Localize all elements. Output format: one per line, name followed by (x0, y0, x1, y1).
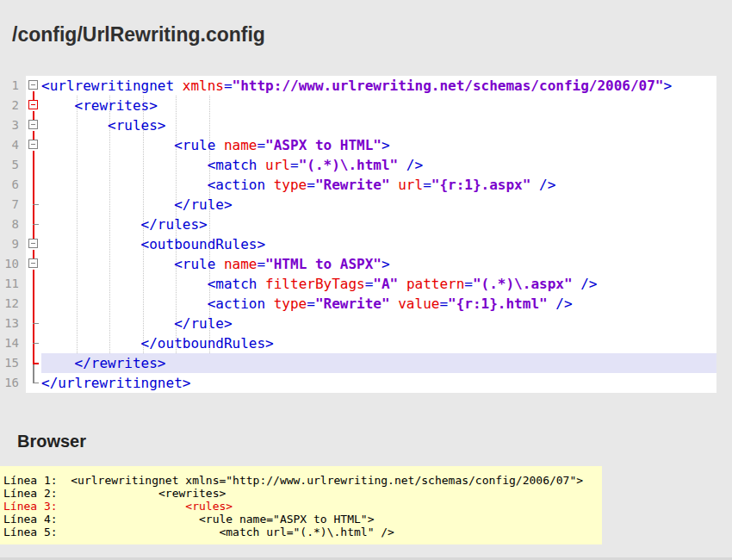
syntax-token: <action (41, 296, 274, 312)
code-line[interactable]: 4 <rule name="ASPX to HTML"> (0, 135, 716, 155)
fold-line (33, 204, 34, 215)
fold-column (26, 373, 41, 393)
code-editor[interactable]: 1<urlrewritingnet xmlns="http://www.urlr… (0, 76, 716, 393)
syntax-token: </urlrewritingnet> (41, 375, 190, 391)
code-line[interactable]: 2 <rewrites> (0, 96, 716, 115)
syntax-token: "ASPX to HTML" (265, 137, 382, 153)
line-number: 4 (0, 135, 26, 155)
syntax-token: = (224, 78, 233, 94)
line-number: 1 (0, 76, 26, 96)
code-lines: 1<urlrewritingnet xmlns="http://www.urlr… (0, 76, 716, 393)
syntax-token: <urlrewritingnet (41, 78, 183, 94)
syntax-token: <rewrites> (41, 97, 158, 114)
syntax-token: filterByTags (265, 276, 365, 292)
code-line[interactable]: 8 </rules> (0, 215, 716, 234)
fold-line (33, 343, 34, 353)
fold-column (26, 215, 41, 234)
fold-column (26, 155, 41, 175)
syntax-token: = (464, 276, 473, 292)
browser-output-line: Línea 1: <urlrewritingnet xmlns="http://… (3, 474, 602, 487)
syntax-token (398, 276, 406, 292)
fold-line (33, 303, 34, 314)
syntax-token: </rewrites> (41, 355, 166, 371)
syntax-token: /> (530, 177, 555, 193)
code-text: </rewrites> (41, 353, 716, 373)
code-text: <urlrewritingnet xmlns="http://www.urlre… (41, 76, 716, 96)
syntax-token: /> (548, 296, 573, 312)
syntax-token: "Rewrite" (315, 177, 390, 193)
syntax-token: name (224, 256, 257, 272)
syntax-token: "A" (373, 276, 398, 292)
line-number: 13 (0, 314, 26, 333)
syntax-token: "{r:1}.aspx" (431, 177, 531, 193)
fold-toggle-icon[interactable] (28, 100, 38, 109)
syntax-token: "HTML to ASPX" (265, 256, 382, 272)
fold-line (33, 283, 34, 294)
line-number: 6 (0, 175, 26, 195)
code-line[interactable]: 13 </rule> (0, 314, 716, 333)
syntax-token: > (663, 78, 672, 94)
code-line[interactable]: 15 </rewrites> (0, 353, 716, 373)
syntax-token: type (274, 177, 307, 193)
fold-end-marker (33, 204, 39, 205)
syntax-token: = (307, 177, 315, 193)
line-number: 12 (0, 294, 26, 314)
syntax-token: = (365, 276, 374, 292)
fold-line (33, 184, 34, 195)
code-line[interactable]: 12 <action type="Rewrite" value="{r:1}.h… (0, 294, 716, 314)
syntax-token: <rule (41, 256, 224, 272)
page: { "header": { "title": "/config/UrlRewri… (0, 0, 732, 560)
code-line[interactable]: 11 <match filterByTags="A" pattern="(.*)… (0, 274, 716, 294)
fold-toggle-icon[interactable] (28, 120, 38, 129)
syntax-token: = (307, 296, 315, 312)
browser-output: Línea 1: <urlrewritingnet xmlns="http://… (0, 466, 602, 544)
fold-column (26, 333, 41, 353)
syntax-token: <action (41, 177, 274, 193)
syntax-token: <outboundRules> (41, 236, 265, 252)
fold-end-marker (33, 224, 39, 225)
code-text: <action type="Rewrite" url="{r:1}.aspx" … (41, 175, 716, 195)
syntax-token: = (439, 296, 448, 312)
code-line[interactable]: 3 <rules> (0, 115, 716, 135)
fold-column (26, 254, 41, 274)
code-line[interactable]: 9 <outboundRules> (0, 234, 716, 254)
line-number: 15 (0, 353, 26, 373)
code-line[interactable]: 16</urlrewritingnet> (0, 373, 716, 393)
syntax-token: xmlns (183, 78, 224, 94)
fold-column (26, 314, 41, 333)
fold-column (26, 175, 41, 195)
syntax-token: = (423, 177, 431, 193)
code-line[interactable]: 7 </rule> (0, 195, 716, 215)
browser-section-title: Browser (17, 432, 86, 451)
syntax-token: type (274, 296, 307, 312)
page-title: /config/UrlRewriting.config (12, 23, 265, 47)
fold-column (26, 294, 41, 314)
code-line[interactable]: 5 <match url="(.*)\.html" /> (0, 155, 716, 175)
syntax-token: url (398, 177, 423, 193)
syntax-token: > (382, 137, 390, 153)
fold-column (26, 234, 41, 254)
fold-toggle-icon[interactable] (28, 258, 38, 268)
fold-toggle-icon[interactable] (28, 140, 38, 149)
code-text: </outboundRules> (41, 333, 716, 353)
fold-column (26, 115, 41, 135)
syntax-token: </rule> (41, 315, 233, 332)
syntax-token: "(.*)\.html" (299, 157, 399, 173)
code-line[interactable]: 1<urlrewritingnet xmlns="http://www.urlr… (0, 76, 716, 96)
line-number: 9 (0, 234, 26, 254)
code-line[interactable]: 6 <action type="Rewrite" url="{r:1}.aspx… (0, 175, 716, 195)
fold-line (33, 165, 34, 175)
line-number: 10 (0, 254, 26, 274)
syntax-token: > (382, 256, 390, 272)
fold-toggle-icon[interactable] (28, 80, 38, 90)
code-line[interactable]: 14 </outboundRules> (0, 333, 716, 353)
line-number: 8 (0, 215, 26, 234)
code-text: <match filterByTags="A" pattern="(.*)\.a… (41, 274, 716, 294)
syntax-token: </rules> (41, 216, 208, 233)
line-number: 5 (0, 155, 26, 175)
browser-output-line: Línea 2: <rewrites> (3, 487, 602, 500)
code-text: <rule name="HTML to ASPX"> (41, 254, 716, 274)
syntax-token: <rule (41, 137, 224, 153)
fold-toggle-icon[interactable] (28, 239, 38, 248)
code-line[interactable]: 10 <rule name="HTML to ASPX"> (0, 254, 716, 274)
